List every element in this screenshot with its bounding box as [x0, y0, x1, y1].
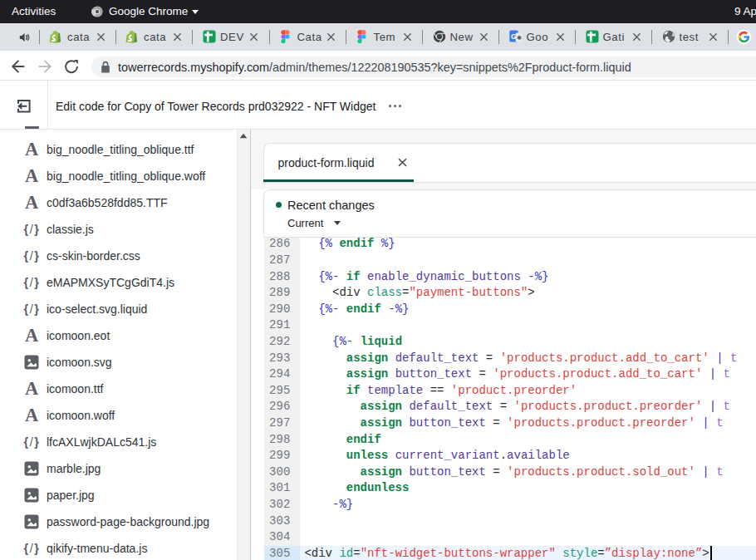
svg-text:✱: ✱: [516, 34, 521, 42]
